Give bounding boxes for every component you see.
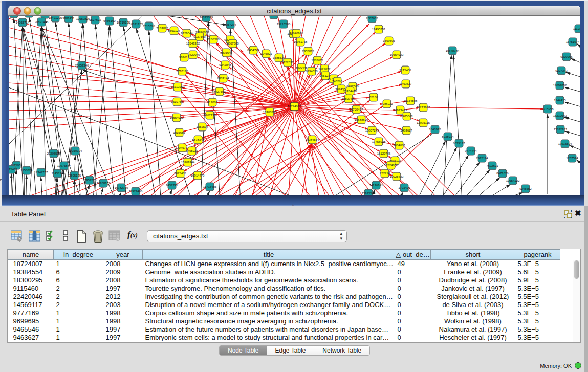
svg-text:18807249: 18807249 xyxy=(365,129,379,132)
svg-text:10973493: 10973493 xyxy=(394,108,407,112)
svg-text:6879197: 6879197 xyxy=(453,142,465,145)
svg-text:9115400: 9115400 xyxy=(400,69,412,72)
svg-text:17359924: 17359924 xyxy=(69,149,82,152)
svg-text:1267534: 1267534 xyxy=(566,157,578,160)
svg-text:14055714: 14055714 xyxy=(16,21,30,24)
svg-text:1916685: 1916685 xyxy=(173,131,185,134)
svg-text:8471626: 8471626 xyxy=(496,172,509,175)
svg-text:9245652: 9245652 xyxy=(519,187,532,190)
svg-text:8878342: 8878342 xyxy=(192,138,204,141)
svg-text:14136141: 14136141 xyxy=(369,184,383,187)
svg-text:19384554: 19384554 xyxy=(306,138,319,141)
svg-text:7357274: 7357274 xyxy=(224,23,236,26)
svg-text:16782759: 16782759 xyxy=(115,186,128,189)
svg-text:2718170: 2718170 xyxy=(176,70,188,73)
svg-text:9457741: 9457741 xyxy=(166,184,178,187)
svg-text:8322037: 8322037 xyxy=(281,61,294,64)
svg-text:12975115: 12975115 xyxy=(417,121,430,124)
svg-text:1112853: 1112853 xyxy=(573,27,580,30)
svg-text:8875645: 8875645 xyxy=(220,51,232,54)
svg-text:12342757: 12342757 xyxy=(34,171,48,174)
svg-text:8990448: 8990448 xyxy=(295,66,308,69)
svg-text:8454749: 8454749 xyxy=(247,49,259,52)
svg-text:10648784: 10648784 xyxy=(446,49,460,52)
svg-text:10154808: 10154808 xyxy=(404,99,418,102)
svg-text:1640932: 1640932 xyxy=(429,128,441,131)
svg-text:10654122: 10654122 xyxy=(506,179,520,182)
svg-text:1156829: 1156829 xyxy=(21,169,33,172)
svg-text:18431205: 18431205 xyxy=(49,16,62,19)
svg-text:17957225: 17957225 xyxy=(83,179,97,182)
svg-text:3267130: 3267130 xyxy=(204,114,216,117)
svg-text:15751074: 15751074 xyxy=(566,40,580,43)
svg-text:1353594: 1353594 xyxy=(196,125,208,128)
svg-text:17756928: 17756928 xyxy=(372,140,386,143)
svg-text:20053346: 20053346 xyxy=(75,64,89,67)
svg-text:7163822: 7163822 xyxy=(156,27,168,30)
svg-text:7515526: 7515526 xyxy=(143,25,155,28)
svg-text:7955812: 7955812 xyxy=(302,50,314,53)
svg-text:8427552: 8427552 xyxy=(213,90,226,93)
svg-text:6466160: 6466160 xyxy=(103,19,116,23)
svg-text:1463627: 1463627 xyxy=(400,129,412,132)
svg-text:19975887: 19975887 xyxy=(57,164,71,167)
svg-text:2867608: 2867608 xyxy=(227,42,239,45)
svg-text:10807487: 10807487 xyxy=(342,97,356,100)
svg-text:10688609: 10688609 xyxy=(355,118,368,121)
svg-text:15692971: 15692971 xyxy=(554,128,568,131)
svg-text:9684067: 9684067 xyxy=(393,144,405,147)
svg-text:16654923: 16654923 xyxy=(170,116,184,119)
svg-text:10543382: 10543382 xyxy=(186,42,200,45)
svg-text:1588520: 1588520 xyxy=(273,56,285,59)
svg-text:1145194: 1145194 xyxy=(52,172,64,175)
svg-text:2803144: 2803144 xyxy=(217,77,229,80)
svg-text:18724007: 18724007 xyxy=(288,105,301,108)
svg-text:19218506: 19218506 xyxy=(277,23,291,26)
svg-text:12093852: 12093852 xyxy=(553,84,567,87)
svg-text:18300295: 18300295 xyxy=(263,111,277,114)
svg-text:1699695: 1699695 xyxy=(383,39,395,42)
svg-text:16120746: 16120746 xyxy=(377,152,391,155)
svg-text:9329966: 9329966 xyxy=(560,55,573,58)
svg-text:15909344: 15909344 xyxy=(181,161,195,164)
svg-text:9242848: 9242848 xyxy=(219,63,231,67)
svg-text:10025433: 10025433 xyxy=(390,175,404,178)
svg-text:6794028: 6794028 xyxy=(306,70,318,73)
svg-text:989612: 989612 xyxy=(179,56,190,59)
svg-text:8186328: 8186328 xyxy=(207,38,220,41)
svg-text:15720407: 15720407 xyxy=(350,108,363,111)
svg-text:9981451: 9981451 xyxy=(62,17,75,20)
svg-text:746266: 746266 xyxy=(332,80,343,83)
svg-text:9474444: 9474444 xyxy=(465,149,477,152)
svg-text:10653826: 10653826 xyxy=(76,17,90,20)
svg-text:16640910: 16640910 xyxy=(290,32,303,35)
svg-text:10671355: 10671355 xyxy=(129,23,143,26)
svg-text:9227343: 9227343 xyxy=(555,69,568,72)
svg-text:9463627: 9463627 xyxy=(400,82,412,85)
svg-text:1610755: 1610755 xyxy=(171,100,183,103)
svg-text:9129544: 9129544 xyxy=(181,32,193,35)
svg-text:12505135: 12505135 xyxy=(68,174,81,177)
svg-text:2087682: 2087682 xyxy=(366,17,378,20)
svg-text:20691406: 20691406 xyxy=(35,20,49,24)
svg-text:8498222: 8498222 xyxy=(186,149,198,152)
svg-text:252214: 252214 xyxy=(380,172,390,175)
svg-text:8813054: 8813054 xyxy=(268,16,280,16)
svg-text:1621072: 1621072 xyxy=(318,68,331,71)
svg-text:12923466: 12923466 xyxy=(129,190,143,193)
svg-text:15913544: 15913544 xyxy=(362,192,376,195)
svg-text:10958107: 10958107 xyxy=(97,182,111,185)
svg-text:16914479: 16914479 xyxy=(191,174,205,177)
svg-text:10719135: 10719135 xyxy=(117,21,130,24)
svg-text:62160: 62160 xyxy=(369,96,378,99)
svg-text:417006: 417006 xyxy=(207,101,218,104)
svg-text:7485063: 7485063 xyxy=(401,115,413,118)
svg-text:8938914: 8938914 xyxy=(442,135,454,138)
svg-text:19654923: 19654923 xyxy=(390,53,404,56)
svg-text:16033809: 16033809 xyxy=(200,16,213,19)
svg-text:7625402: 7625402 xyxy=(174,172,186,175)
svg-text:8660124: 8660124 xyxy=(168,29,180,32)
svg-text:1733426: 1733426 xyxy=(398,186,410,189)
svg-text:1527602: 1527602 xyxy=(89,18,101,21)
svg-text:3915462: 3915462 xyxy=(9,168,17,171)
